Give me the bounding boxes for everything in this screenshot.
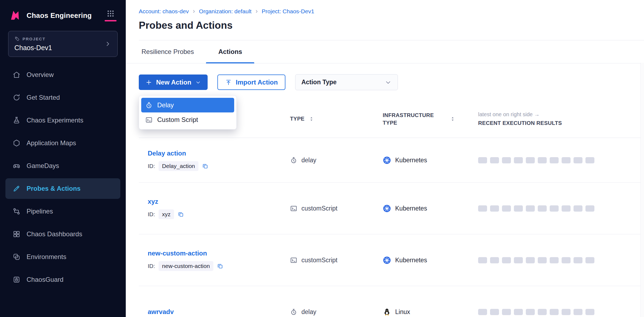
- copy-icon[interactable]: [217, 263, 223, 269]
- import-action-button[interactable]: Import Action: [217, 75, 285, 90]
- action-row: new-custom-action ID: new-custom-action …: [139, 234, 644, 286]
- action-row: awrvadv delay Linux: [139, 286, 644, 317]
- infrastructure-column-header: INFRASTRUCTURE TYPE: [383, 111, 478, 127]
- project-name: Chaos-Dev1: [14, 44, 104, 52]
- sidebar-item-label: Probes & Actions: [27, 185, 80, 192]
- chaos-engineering-logo[interactable]: [9, 9, 21, 22]
- action-name-cell: Delay action ID: Delay_action: [139, 150, 290, 171]
- action-type-value: delay: [301, 157, 316, 164]
- action-name-link[interactable]: awrvadv: [148, 308, 174, 316]
- execution-result-placeholder: [550, 205, 559, 212]
- sidebar-item[interactable]: Get Started: [5, 87, 120, 108]
- stopwatch-icon: [290, 157, 297, 164]
- breadcrumb-link[interactable]: Account: chaos-dev: [139, 8, 189, 15]
- execution-result-placeholder: [478, 157, 487, 163]
- plus-icon: [145, 79, 152, 86]
- breadcrumb-link[interactable]: Organization: default: [199, 8, 252, 15]
- app-switcher[interactable]: [105, 9, 117, 21]
- copy-icon[interactable]: [202, 163, 208, 169]
- action-name-link[interactable]: xyz: [148, 198, 158, 205]
- recent-execution-results: [478, 205, 644, 212]
- copy-icon[interactable]: [178, 211, 184, 218]
- sidebar-item[interactable]: Environments: [5, 247, 120, 267]
- execution-result-placeholder: [490, 309, 499, 315]
- menu-item[interactable]: Custom Script: [141, 112, 234, 127]
- action-name-link[interactable]: Delay action: [148, 150, 186, 157]
- sidebar-item[interactable]: Probes & Actions: [5, 178, 120, 199]
- dashboard-icon: [12, 230, 21, 238]
- sidebar-item[interactable]: Overview: [5, 64, 120, 85]
- execution-result-placeholder: [478, 205, 487, 212]
- action-type-value: delay: [301, 308, 316, 316]
- toolbar: New Action Import Action Action Type: [139, 74, 644, 90]
- action-id-chip: Delay_action: [159, 161, 198, 171]
- action-type-value: Action Type: [301, 79, 337, 86]
- action-name-cell: xyz ID: xyz: [139, 198, 290, 219]
- execution-result-placeholder: [526, 157, 535, 163]
- infrastructure-value: Kubernetes: [395, 157, 427, 164]
- lock-icon: [12, 276, 21, 284]
- execution-result-placeholder: [490, 157, 499, 163]
- vertical-scrollbar[interactable]: [640, 63, 644, 317]
- sidebar-item[interactable]: ChaosGuard: [5, 269, 120, 290]
- sidebar-item-label: Application Maps: [27, 139, 76, 147]
- execution-result-placeholder: [562, 205, 571, 212]
- menu-item-label: Custom Script: [157, 116, 198, 124]
- new-action-button[interactable]: New Action: [139, 75, 208, 90]
- sidebar-nav: Overview Get Started Chaos Experiments A…: [0, 64, 126, 292]
- sidebar-item[interactable]: Application Maps: [5, 133, 120, 153]
- tab[interactable]: Resilience Probes: [139, 40, 206, 63]
- execution-result-placeholder: [550, 309, 559, 315]
- flask-icon: [12, 116, 21, 124]
- id-label: ID:: [148, 163, 155, 169]
- execution-result-placeholder: [502, 257, 511, 263]
- execution-result-placeholder: [574, 205, 582, 212]
- main-content: Account: chaos-dev Organization: default…: [126, 0, 644, 317]
- execution-result-placeholder: [562, 257, 571, 263]
- action-row: Delay action ID: Delay_action delay Kube…: [139, 138, 644, 183]
- stopwatch-icon: [290, 308, 297, 316]
- sort-icon[interactable]: [309, 116, 314, 122]
- breadcrumb-link[interactable]: Project: Chaos-Dev1: [262, 8, 314, 15]
- new-action-dropdown-menu: Delay Custom Script: [139, 95, 237, 130]
- tab[interactable]: Actions: [206, 40, 254, 63]
- execution-result-placeholder: [585, 309, 594, 315]
- kubernetes-icon: [383, 204, 391, 213]
- execution-result-placeholder: [585, 157, 594, 163]
- sort-icon[interactable]: [450, 116, 455, 122]
- sidebar-item-label: Overview: [27, 71, 54, 79]
- execution-result-placeholder: [562, 157, 571, 163]
- action-type-cell: delay: [290, 308, 383, 316]
- action-type-cell: delay: [290, 157, 383, 164]
- action-id-row: ID: new-custom-action: [148, 261, 290, 271]
- action-type-select[interactable]: Action Type: [295, 74, 398, 90]
- execution-result-placeholder: [574, 157, 582, 163]
- sidebar-header: Chaos Engineering: [0, 0, 126, 28]
- sidebar-item[interactable]: GameDays: [5, 156, 120, 176]
- gamepad-icon: [12, 162, 21, 170]
- sidebar-item-label: Environments: [27, 253, 66, 261]
- execution-result-placeholder: [514, 309, 523, 315]
- infrastructure-cell: Linux: [383, 308, 478, 316]
- sidebar-item-label: GameDays: [27, 162, 59, 170]
- project-label: PROJECT: [22, 37, 46, 41]
- menu-item[interactable]: Delay: [141, 98, 234, 112]
- recent-execution-results: [478, 157, 644, 163]
- execution-result-placeholder: [514, 205, 523, 212]
- breadcrumb: Account: chaos-dev Organization: default…: [139, 0, 644, 15]
- app-grid-icon[interactable]: [107, 9, 115, 18]
- app-switcher-indicator: [105, 20, 117, 21]
- environments-icon: [12, 253, 21, 261]
- script-icon: [290, 257, 297, 264]
- action-id-chip: new-custom-action: [159, 261, 213, 271]
- execution-result-placeholder: [502, 157, 511, 163]
- id-label: ID:: [148, 263, 155, 269]
- stopwatch-icon: [145, 102, 153, 109]
- sidebar-item[interactable]: Chaos Dashboards: [5, 224, 120, 244]
- results-header-label: RECENT EXECUTION RESULTS: [478, 120, 644, 126]
- sidebar-item-label: Get Started: [27, 94, 60, 101]
- sidebar-item[interactable]: Pipelines: [5, 201, 120, 222]
- sidebar-item[interactable]: Chaos Experiments: [5, 110, 120, 131]
- project-selector[interactable]: PROJECT Chaos-Dev1: [8, 31, 118, 57]
- action-name-link[interactable]: new-custom-action: [148, 250, 207, 257]
